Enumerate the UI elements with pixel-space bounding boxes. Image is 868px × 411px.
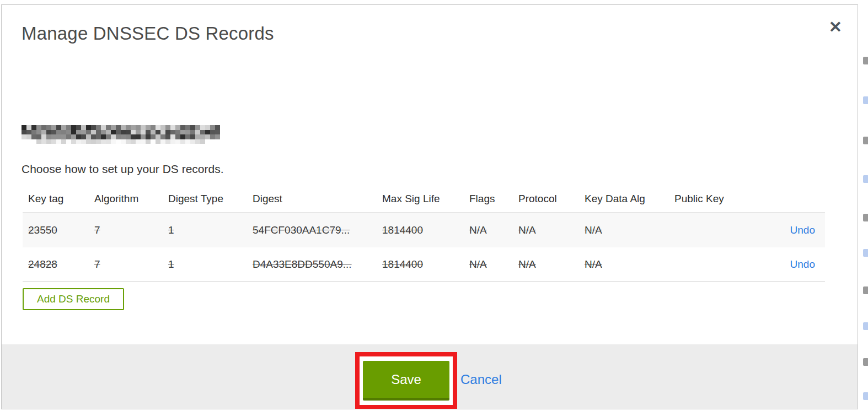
redaction-pixel: [91, 139, 96, 144]
cell-flags: N/A: [469, 258, 518, 271]
redaction-pixel: [26, 125, 31, 130]
redaction-pixel: [26, 134, 31, 139]
redaction-pixel: [156, 134, 160, 139]
redaction-pixel: [36, 130, 41, 135]
redaction-pixel: [111, 139, 116, 144]
column-header-digest-type: Digest Type: [168, 193, 253, 205]
table-row: 23550 7 1 54FCF030AA1C79... 1814400 N/A …: [23, 213, 825, 247]
redaction-pixel: [66, 139, 71, 144]
column-header-flags: Flags: [469, 193, 518, 205]
column-header-key-data-alg: Key Data Alg: [585, 193, 674, 205]
redaction-pixel: [215, 130, 220, 135]
cell-flags: N/A: [469, 224, 518, 236]
column-header-key-tag: Key tag: [28, 193, 94, 205]
redaction-pixel: [36, 125, 41, 130]
redaction-pixel: [136, 130, 141, 135]
column-header-protocol: Protocol: [518, 193, 585, 205]
redaction-pixel: [170, 134, 175, 139]
cell-key-tag: 24828: [28, 258, 94, 271]
column-header-public-key: Public Key: [674, 193, 775, 205]
redaction-pixel: [76, 130, 81, 135]
redaction-pixel: [106, 134, 111, 139]
cell-digest-type: 1: [168, 258, 253, 271]
redaction-pixel: [200, 139, 205, 144]
redaction-pixel: [111, 134, 116, 139]
redaction-pixel: [185, 134, 190, 139]
cell-algorithm: 7: [94, 224, 168, 236]
redaction-pixel: [165, 134, 170, 139]
redaction-pixel: [46, 134, 51, 139]
redaction-pixel: [71, 134, 76, 139]
redaction-pixel: [141, 130, 146, 135]
redaction-pixel: [151, 134, 156, 139]
cell-digest: 54FCF030AA1C79...: [253, 224, 382, 236]
redaction-pixel: [215, 134, 220, 139]
redaction-pixel: [131, 139, 136, 144]
redaction-pixel: [66, 125, 71, 130]
redaction-pixel: [205, 134, 210, 139]
redaction-pixel: [26, 139, 31, 144]
add-ds-record-button[interactable]: Add DS Record: [23, 288, 124, 310]
cell-protocol: N/A: [518, 258, 585, 271]
redaction-pixel: [175, 125, 180, 130]
close-icon[interactable]: ✕: [823, 15, 848, 39]
redaction-pixel: [22, 125, 26, 130]
redaction-pixel: [101, 139, 106, 144]
redaction-pixel: [91, 130, 96, 135]
cancel-link[interactable]: Cancel: [460, 372, 502, 387]
ds-records-table: Key tag Algorithm Digest Type Digest Max…: [23, 186, 825, 282]
redaction-pixel: [26, 130, 31, 135]
cell-algorithm: 7: [94, 258, 168, 271]
redaction-pixel: [205, 130, 210, 135]
redaction-pixel: [151, 139, 156, 144]
redaction-pixel: [190, 134, 195, 139]
save-button[interactable]: Save: [363, 361, 449, 401]
redaction-pixel: [175, 130, 180, 135]
page-behind-fragment: [863, 175, 868, 183]
redaction-pixel: [41, 139, 46, 144]
redaction-pixel: [210, 130, 215, 135]
redaction-pixel: [215, 139, 220, 144]
cell-protocol: N/A: [518, 224, 585, 236]
redaction-pixel: [185, 125, 190, 130]
redaction-pixel: [190, 139, 195, 144]
redaction-pixel: [111, 130, 116, 135]
redaction-pixel: [160, 125, 165, 130]
redaction-pixel: [195, 125, 200, 130]
redaction-pixel: [131, 134, 136, 139]
redaction-pixel: [81, 130, 86, 135]
redaction-pixel: [146, 130, 151, 135]
modal-title: Manage DNSSEC DS Records: [22, 23, 274, 44]
redaction-pixel: [61, 130, 66, 135]
redaction-pixel: [180, 134, 185, 139]
redaction-pixel: [71, 130, 76, 135]
redaction-pixel: [205, 139, 210, 144]
redaction-pixel: [81, 125, 86, 130]
redaction-pixel: [200, 134, 205, 139]
table-row: 24828 7 1 D4A33E8DD550A9... 1814400 N/A …: [23, 247, 825, 282]
redaction-pixel: [41, 134, 46, 139]
cell-max-sig-life: 1814400: [382, 258, 469, 271]
cell-max-sig-life: 1814400: [382, 224, 469, 236]
redaction-pixel: [71, 139, 76, 144]
manage-dnssec-modal: Manage DNSSEC DS Records ✕ Choose how to…: [1, 4, 858, 409]
undo-link[interactable]: Undo: [790, 224, 815, 236]
redaction-pixel: [22, 139, 26, 144]
redaction-pixel: [91, 134, 96, 139]
redaction-pixel: [116, 134, 121, 139]
redaction-pixel: [61, 134, 66, 139]
redaction-pixel: [190, 130, 195, 135]
redaction-pixel: [200, 130, 205, 135]
redaction-pixel: [36, 139, 41, 144]
redaction-pixel: [210, 125, 215, 130]
redaction-pixel: [195, 130, 200, 135]
redaction-pixel: [136, 134, 141, 139]
redaction-pixel: [96, 139, 101, 144]
redaction-pixel: [185, 130, 190, 135]
cell-key-data-alg: N/A: [585, 258, 674, 271]
redaction-pixel: [151, 125, 156, 130]
redaction-pixel: [51, 125, 56, 130]
undo-link[interactable]: Undo: [790, 258, 815, 270]
redaction-pixel: [126, 125, 131, 130]
page-behind-fragment: [863, 137, 868, 144]
